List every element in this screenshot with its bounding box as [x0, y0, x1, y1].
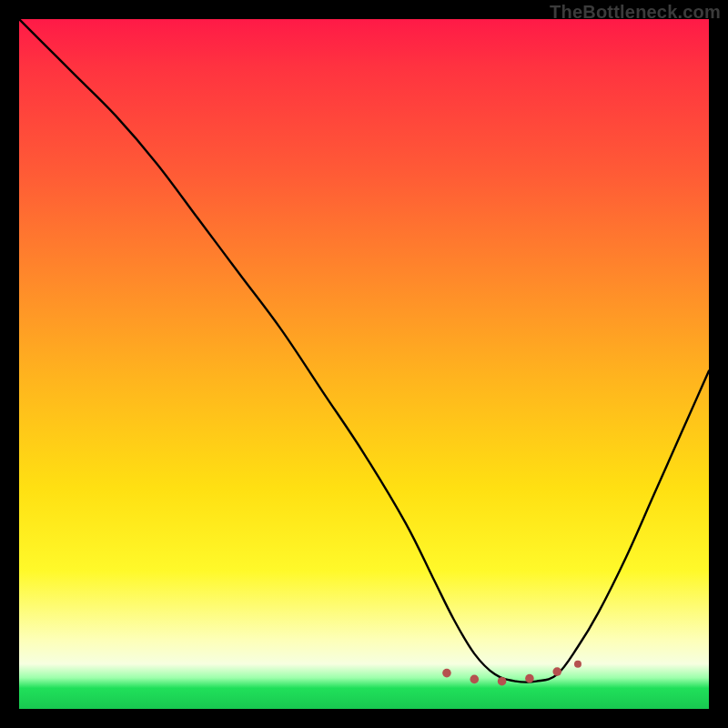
marker-group [442, 661, 581, 686]
marker-dot [552, 667, 561, 676]
plot-area [19, 19, 709, 709]
marker-dot [442, 669, 451, 678]
chart-frame: TheBottleneck.com [0, 0, 728, 728]
marker-dot [470, 675, 479, 684]
marker-dot [574, 661, 581, 668]
chart-overlay [19, 19, 709, 709]
watermark-text: TheBottleneck.com [550, 2, 721, 23]
marker-dot [525, 674, 534, 683]
marker-dot [498, 677, 507, 686]
bottleneck-curve [19, 19, 709, 682]
